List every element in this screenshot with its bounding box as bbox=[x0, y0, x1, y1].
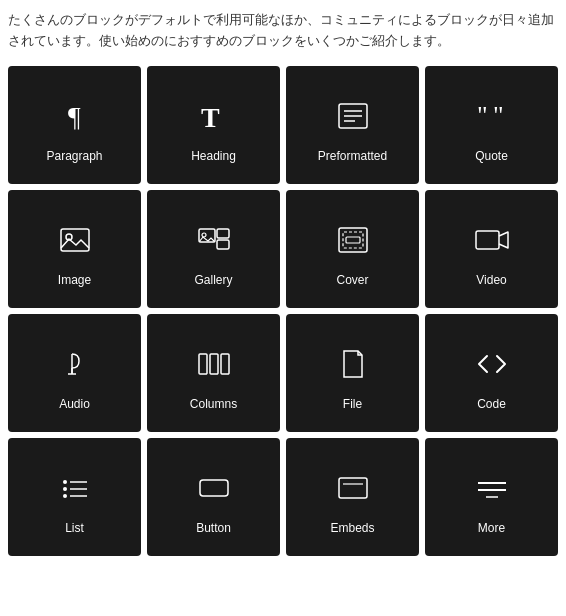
block-label-audio: Audio bbox=[59, 397, 90, 411]
block-item-more[interactable]: More bbox=[425, 438, 558, 556]
block-label-list: List bbox=[65, 521, 84, 535]
block-item-code[interactable]: Code bbox=[425, 314, 558, 432]
heading-icon: T bbox=[196, 93, 232, 139]
block-label-preformatted: Preformatted bbox=[318, 149, 387, 163]
block-item-image[interactable]: Image bbox=[8, 190, 141, 308]
svg-rect-29 bbox=[200, 480, 228, 496]
svg-point-27 bbox=[63, 494, 67, 498]
embeds-icon bbox=[335, 465, 371, 511]
block-label-quote: Quote bbox=[475, 149, 508, 163]
block-label-paragraph: Paragraph bbox=[46, 149, 102, 163]
block-item-video[interactable]: Video bbox=[425, 190, 558, 308]
preformatted-icon bbox=[335, 93, 371, 139]
page-description: たくさんのブロックがデフォルトで利用可能なほか、コミュニティによるブロックが日々… bbox=[8, 10, 558, 52]
block-label-more: More bbox=[478, 521, 505, 535]
block-item-button[interactable]: Button bbox=[147, 438, 280, 556]
quote-icon: " " bbox=[474, 93, 510, 139]
block-label-heading: Heading bbox=[191, 149, 236, 163]
code-icon bbox=[474, 341, 510, 387]
svg-text:": " bbox=[493, 101, 504, 130]
svg-rect-8 bbox=[61, 229, 89, 251]
block-item-embeds[interactable]: Embeds bbox=[286, 438, 419, 556]
svg-rect-17 bbox=[476, 231, 499, 249]
svg-point-25 bbox=[63, 487, 67, 491]
cover-icon bbox=[335, 217, 371, 263]
block-item-preformatted[interactable]: Preformatted bbox=[286, 66, 419, 184]
svg-rect-16 bbox=[346, 237, 360, 243]
image-icon bbox=[57, 217, 93, 263]
block-item-paragraph[interactable]: ¶ Paragraph bbox=[8, 66, 141, 184]
svg-point-11 bbox=[202, 233, 206, 237]
svg-text:T: T bbox=[201, 102, 220, 133]
block-item-list[interactable]: List bbox=[8, 438, 141, 556]
columns-icon bbox=[196, 341, 232, 387]
svg-rect-12 bbox=[217, 229, 229, 238]
svg-rect-22 bbox=[221, 354, 229, 374]
video-icon bbox=[474, 217, 510, 263]
block-label-code: Code bbox=[477, 397, 506, 411]
svg-rect-20 bbox=[199, 354, 207, 374]
block-label-video: Video bbox=[476, 273, 506, 287]
audio-icon bbox=[57, 341, 93, 387]
svg-point-23 bbox=[63, 480, 67, 484]
list-icon bbox=[57, 465, 93, 511]
svg-rect-30 bbox=[339, 478, 367, 498]
block-label-file: File bbox=[343, 397, 362, 411]
file-icon bbox=[335, 341, 371, 387]
block-label-gallery: Gallery bbox=[194, 273, 232, 287]
more-icon bbox=[474, 465, 510, 511]
block-label-cover: Cover bbox=[336, 273, 368, 287]
block-item-cover[interactable]: Cover bbox=[286, 190, 419, 308]
button-icon bbox=[196, 465, 232, 511]
block-item-quote[interactable]: " " Quote bbox=[425, 66, 558, 184]
block-item-audio[interactable]: Audio bbox=[8, 314, 141, 432]
paragraph-icon: ¶ bbox=[57, 93, 93, 139]
block-item-gallery[interactable]: Gallery bbox=[147, 190, 280, 308]
block-item-columns[interactable]: Columns bbox=[147, 314, 280, 432]
svg-text:¶: ¶ bbox=[68, 101, 81, 132]
svg-rect-21 bbox=[210, 354, 218, 374]
svg-rect-13 bbox=[217, 240, 229, 249]
block-item-file[interactable]: File bbox=[286, 314, 419, 432]
gallery-icon bbox=[196, 217, 232, 263]
block-label-embeds: Embeds bbox=[330, 521, 374, 535]
svg-text:": " bbox=[477, 101, 488, 130]
block-label-image: Image bbox=[58, 273, 91, 287]
block-label-columns: Columns bbox=[190, 397, 237, 411]
block-item-heading[interactable]: T Heading bbox=[147, 66, 280, 184]
blocks-grid: ¶ Paragraph T Heading Preformatted " " Q… bbox=[8, 66, 558, 556]
block-label-button: Button bbox=[196, 521, 231, 535]
